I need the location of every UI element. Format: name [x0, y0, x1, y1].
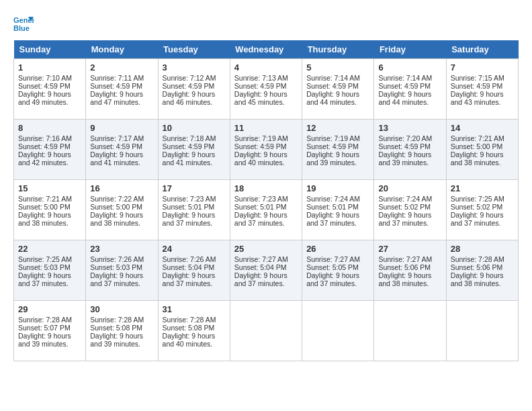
day-info: Daylight: 9 hours — [90, 332, 153, 340]
calendar-cell: 1Sunrise: 7:10 AMSunset: 4:59 PMDaylight… — [14, 59, 86, 120]
day-number: 14 — [451, 123, 514, 133]
calendar-cell: 10Sunrise: 7:18 AMSunset: 4:59 PMDayligh… — [158, 120, 230, 180]
day-info: Sunrise: 7:28 AM — [90, 316, 153, 324]
day-info: and 45 minutes. — [234, 98, 298, 106]
day-info: Daylight: 9 hours — [451, 150, 514, 158]
day-info: and 37 minutes. — [90, 279, 153, 287]
calendar-cell: 29Sunrise: 7:28 AMSunset: 5:07 PMDayligh… — [14, 301, 86, 361]
day-info: Sunrise: 7:26 AM — [90, 255, 153, 263]
calendar-cell: 5Sunrise: 7:14 AMSunset: 4:59 PMDaylight… — [302, 59, 374, 120]
day-info: Sunrise: 7:18 AM — [163, 134, 226, 142]
day-info: Daylight: 9 hours — [451, 271, 514, 279]
day-info: Sunrise: 7:23 AM — [163, 195, 226, 203]
day-info: Sunrise: 7:10 AM — [18, 74, 81, 82]
day-header-monday: Monday — [86, 40, 158, 59]
header-row: SundayMondayTuesdayWednesdayThursdayFrid… — [14, 40, 519, 59]
day-number: 7 — [451, 62, 514, 73]
day-info: Sunset: 4:59 PM — [451, 82, 514, 90]
day-info: Sunrise: 7:15 AM — [451, 74, 514, 82]
day-info: Sunrise: 7:28 AM — [451, 255, 514, 263]
day-info: and 46 minutes. — [163, 98, 226, 106]
day-info: and 37 minutes. — [234, 279, 298, 287]
day-number: 26 — [306, 244, 369, 254]
day-number: 5 — [306, 62, 369, 73]
day-number: 30 — [90, 304, 153, 314]
calendar-cell — [302, 301, 374, 361]
day-info: and 41 minutes. — [90, 158, 153, 167]
day-number: 31 — [163, 304, 226, 314]
day-info: Sunset: 4:59 PM — [306, 142, 369, 150]
day-info: Daylight: 9 hours — [378, 90, 441, 98]
day-info: Sunrise: 7:20 AM — [378, 134, 441, 142]
day-info: Sunrise: 7:16 AM — [18, 134, 81, 142]
day-info: Sunset: 5:01 PM — [234, 203, 298, 211]
day-info: and 39 minutes. — [18, 340, 81, 348]
calendar-cell: 25Sunrise: 7:27 AMSunset: 5:04 PMDayligh… — [230, 240, 302, 301]
day-info: Sunrise: 7:21 AM — [451, 134, 514, 142]
day-header-wednesday: Wednesday — [230, 40, 302, 59]
day-number: 10 — [163, 123, 226, 133]
calendar-cell: 12Sunrise: 7:19 AMSunset: 4:59 PMDayligh… — [302, 120, 374, 180]
day-info: and 40 minutes. — [234, 158, 298, 167]
day-info: Daylight: 9 hours — [90, 211, 153, 219]
week-row: 29Sunrise: 7:28 AMSunset: 5:07 PMDayligh… — [14, 301, 519, 361]
day-number: 25 — [234, 244, 298, 254]
day-info: and 38 minutes. — [451, 279, 514, 287]
day-info: Sunset: 5:01 PM — [306, 203, 369, 211]
day-info: Sunset: 5:00 PM — [18, 203, 81, 211]
svg-text:Blue: Blue — [13, 24, 30, 32]
day-info: Sunset: 4:59 PM — [234, 82, 298, 90]
day-info: Sunrise: 7:13 AM — [234, 74, 298, 82]
day-info: and 37 minutes. — [306, 279, 369, 287]
day-header-thursday: Thursday — [302, 40, 374, 59]
day-number: 12 — [306, 123, 369, 133]
day-info: Sunset: 5:05 PM — [306, 263, 369, 271]
day-info: Daylight: 9 hours — [306, 271, 369, 279]
calendar-cell: 18Sunrise: 7:23 AMSunset: 5:01 PMDayligh… — [230, 180, 302, 240]
day-info: Daylight: 9 hours — [163, 211, 226, 219]
day-info: Daylight: 9 hours — [234, 271, 298, 279]
calendar-cell — [446, 301, 518, 361]
day-info: Sunset: 4:59 PM — [90, 142, 153, 150]
day-info: Daylight: 9 hours — [378, 271, 441, 279]
week-row: 8Sunrise: 7:16 AMSunset: 4:59 PMDaylight… — [14, 120, 519, 180]
calendar-cell: 21Sunrise: 7:25 AMSunset: 5:02 PMDayligh… — [446, 180, 518, 240]
calendar-header: SundayMondayTuesdayWednesdayThursdayFrid… — [14, 40, 519, 59]
day-info: Daylight: 9 hours — [306, 211, 369, 219]
day-info: Daylight: 9 hours — [378, 150, 441, 158]
day-info: and 49 minutes. — [18, 98, 81, 106]
calendar-cell — [374, 301, 446, 361]
calendar-cell: 13Sunrise: 7:20 AMSunset: 4:59 PMDayligh… — [374, 120, 446, 180]
day-info: and 41 minutes. — [163, 158, 226, 167]
day-info: Daylight: 9 hours — [451, 90, 514, 98]
day-number: 2 — [90, 62, 153, 73]
day-info: Sunrise: 7:27 AM — [306, 255, 369, 263]
day-info: and 43 minutes. — [451, 98, 514, 106]
day-info: Sunrise: 7:25 AM — [451, 195, 514, 203]
day-info: Sunset: 4:59 PM — [90, 82, 153, 90]
calendar-cell: 3Sunrise: 7:12 AMSunset: 4:59 PMDaylight… — [158, 59, 230, 120]
day-info: Sunset: 5:08 PM — [90, 324, 153, 332]
calendar-cell: 26Sunrise: 7:27 AMSunset: 5:05 PMDayligh… — [302, 240, 374, 301]
day-info: Sunrise: 7:27 AM — [234, 255, 298, 263]
day-info: Sunset: 5:02 PM — [451, 203, 514, 211]
day-info: and 37 minutes. — [234, 219, 298, 227]
calendar-cell: 28Sunrise: 7:28 AMSunset: 5:06 PMDayligh… — [446, 240, 518, 301]
calendar-cell: 27Sunrise: 7:27 AMSunset: 5:06 PMDayligh… — [374, 240, 446, 301]
day-info: Sunrise: 7:28 AM — [18, 316, 81, 324]
day-number: 13 — [378, 123, 441, 133]
day-info: Daylight: 9 hours — [163, 332, 226, 340]
day-info: Sunset: 5:02 PM — [378, 203, 441, 211]
calendar-cell: 16Sunrise: 7:22 AMSunset: 5:00 PMDayligh… — [86, 180, 158, 240]
day-info: Sunset: 5:01 PM — [163, 203, 226, 211]
day-info: Sunset: 5:04 PM — [163, 263, 226, 271]
day-info: Sunrise: 7:21 AM — [18, 195, 81, 203]
day-info: Sunrise: 7:28 AM — [163, 316, 226, 324]
day-number: 17 — [163, 183, 226, 193]
day-number: 9 — [90, 123, 153, 133]
day-info: and 38 minutes. — [378, 279, 441, 287]
day-info: and 39 minutes. — [90, 340, 153, 348]
day-header-friday: Friday — [374, 40, 446, 59]
day-header-sunday: Sunday — [14, 40, 86, 59]
day-info: Sunset: 5:06 PM — [378, 263, 441, 271]
